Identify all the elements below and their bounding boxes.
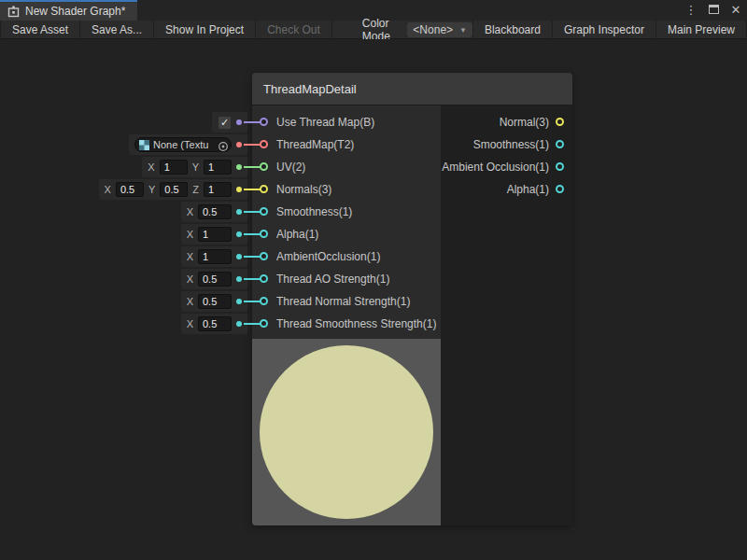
input-row: XThread AO Strength(1) xyxy=(0,269,747,289)
input-default-widget: X xyxy=(181,314,247,334)
tab-title: New Shader Graph* xyxy=(25,5,125,18)
toolbar: Save AssetSave As...Show In ProjectCheck… xyxy=(0,21,747,39)
port-connector-dot xyxy=(236,209,242,215)
output-row: Ambient Occlusion(1) xyxy=(0,157,747,177)
toolbar-button-check-out: Check Out xyxy=(256,21,332,38)
input-port[interactable] xyxy=(260,319,268,328)
input-port[interactable] xyxy=(260,274,268,283)
maximize-icon[interactable] xyxy=(706,0,721,21)
input-port-label: Thread Normal Strength(1) xyxy=(276,295,410,308)
output-port[interactable] xyxy=(556,140,564,148)
toolbar-button-save-as-[interactable]: Save As... xyxy=(80,21,154,38)
tab-new-shader-graph[interactable]: New Shader Graph* xyxy=(0,0,137,21)
axis-label-x: X xyxy=(187,296,193,307)
output-row: Normal(3) xyxy=(0,112,747,133)
output-port-label: Smoothness(1) xyxy=(473,138,549,151)
edge-stub xyxy=(244,233,261,235)
toolbar-button-save-asset[interactable]: Save Asset xyxy=(0,21,80,38)
edge-stub xyxy=(244,323,261,325)
node-header[interactable]: ThreadMapDetail xyxy=(252,73,572,105)
input-port-label: Smoothness(1) xyxy=(276,205,352,218)
input-port[interactable] xyxy=(260,230,268,238)
axis-label-x: X xyxy=(187,251,193,262)
preview-sphere xyxy=(260,345,433,519)
axis-label-x: X xyxy=(187,206,193,217)
input-row: XThread Smoothness Strength(1) xyxy=(0,314,747,334)
input-default-widget: X xyxy=(181,202,247,222)
x-value-field[interactable] xyxy=(198,204,232,219)
output-port[interactable] xyxy=(556,118,564,126)
edge-stub xyxy=(244,301,261,302)
edge-stub xyxy=(244,256,261,258)
input-default-widget: X xyxy=(181,224,247,245)
toolbar-right-group: BlackboardGraph InspectorMain Preview xyxy=(472,21,747,38)
close-icon[interactable]: ✕ xyxy=(728,0,743,21)
edge-stub xyxy=(244,278,261,280)
shader-graph-window: New Shader Graph* ⋮ ✕ Save AssetSave As.… xyxy=(0,0,747,560)
color-mode-label: Color Mode xyxy=(362,21,408,38)
port-connector-dot xyxy=(236,299,242,304)
output-row: Alpha(1) xyxy=(0,179,747,200)
axis-label-x: X xyxy=(187,318,193,329)
output-row: Smoothness(1) xyxy=(0,134,747,155)
window-controls: ⋮ ✕ xyxy=(684,0,743,21)
shader-graph-asset-icon xyxy=(7,6,20,18)
axis-label-x: X xyxy=(187,273,193,285)
x-value-field[interactable] xyxy=(198,249,232,264)
graph-canvas[interactable]: ThreadMapDetail ✓Use Thread Map(B)None (… xyxy=(0,39,747,560)
toolbar-left-group: Save AssetSave As...Show In ProjectCheck… xyxy=(0,21,332,38)
port-connector-dot xyxy=(236,254,242,259)
toolbar-button-graph-inspector[interactable]: Graph Inspector xyxy=(553,21,656,38)
input-default-widget: X xyxy=(181,291,247,312)
port-connector-dot xyxy=(236,276,242,282)
x-value-field[interactable] xyxy=(198,272,232,287)
x-value-field[interactable] xyxy=(198,227,232,242)
input-port[interactable] xyxy=(260,252,268,260)
input-row: XAmbientOcclusion(1) xyxy=(0,246,747,267)
port-connector-dot xyxy=(236,231,242,237)
color-mode-dropdown[interactable]: <None> ▼ xyxy=(407,22,472,37)
output-port-label: Normal(3) xyxy=(500,116,549,129)
input-port-label: Thread AO Strength(1) xyxy=(276,273,389,286)
port-connector-dot xyxy=(236,321,242,327)
input-row: XAlpha(1) xyxy=(0,224,747,245)
input-port-label: AmbientOcclusion(1) xyxy=(276,250,380,263)
input-port[interactable] xyxy=(260,297,268,305)
x-value-field[interactable] xyxy=(198,316,232,331)
edge-stub xyxy=(244,211,261,213)
input-port-label: Thread Smoothness Strength(1) xyxy=(276,317,436,330)
output-port[interactable] xyxy=(556,162,564,171)
output-port-label: Alpha(1) xyxy=(507,183,549,196)
node-preview[interactable] xyxy=(252,339,441,525)
output-port[interactable] xyxy=(556,185,564,193)
input-port-label: Alpha(1) xyxy=(276,228,318,241)
toolbar-button-main-preview[interactable]: Main Preview xyxy=(656,21,747,38)
color-mode-value: <None> xyxy=(413,23,453,36)
input-default-widget: X xyxy=(181,269,247,289)
output-port-label: Ambient Occlusion(1) xyxy=(442,161,549,174)
input-port[interactable] xyxy=(260,207,268,216)
kebab-menu-icon[interactable]: ⋮ xyxy=(684,0,698,21)
input-row: XThread Normal Strength(1) xyxy=(0,291,747,312)
toolbar-spacer xyxy=(332,21,362,38)
input-default-widget: X xyxy=(181,246,247,267)
dropdown-arrow-icon: ▼ xyxy=(459,26,467,35)
toolbar-button-blackboard[interactable]: Blackboard xyxy=(472,21,553,38)
axis-label-x: X xyxy=(187,229,193,240)
x-value-field[interactable] xyxy=(198,294,232,309)
node-title: ThreadMapDetail xyxy=(263,82,357,96)
input-row: XSmoothness(1) xyxy=(0,202,747,222)
toolbar-button-show-in-project[interactable]: Show In Project xyxy=(154,21,256,38)
